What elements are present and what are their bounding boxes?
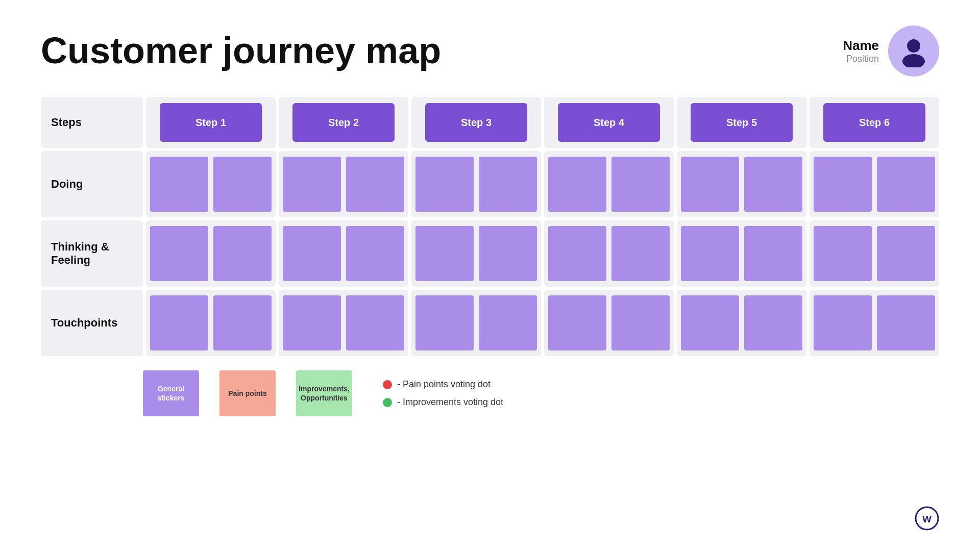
touchpoints-cell-6 xyxy=(810,290,939,356)
step-5-cell: Step 5 xyxy=(677,97,806,148)
doing-cell-2 xyxy=(279,151,408,217)
sticky-note[interactable] xyxy=(744,295,802,350)
sticky-note[interactable] xyxy=(611,157,670,212)
sticky-note[interactable] xyxy=(877,157,935,212)
step-2-button[interactable]: Step 2 xyxy=(292,103,395,142)
legend-pain-sticker: Pain points xyxy=(219,370,276,416)
sticky-note[interactable] xyxy=(548,157,606,212)
sticky-note[interactable] xyxy=(814,226,872,281)
doing-cell-1 xyxy=(146,151,276,217)
sticky-note[interactable] xyxy=(814,295,872,350)
brand-logo-icon: w xyxy=(915,506,939,531)
sticky-note[interactable] xyxy=(346,226,404,281)
doing-cell-5 xyxy=(677,151,806,217)
step-2-cell: Step 2 xyxy=(279,97,408,148)
sticky-note[interactable] xyxy=(150,295,208,350)
sticky-note[interactable] xyxy=(479,157,537,212)
legend-general-sticker: General stickers xyxy=(143,370,199,416)
thinking-cell-3 xyxy=(411,220,541,287)
doing-cell-4 xyxy=(544,151,674,217)
sticky-note[interactable] xyxy=(681,226,739,281)
doing-label: Doing xyxy=(41,151,143,217)
step-3-button[interactable]: Step 3 xyxy=(425,103,527,142)
step-1-button[interactable]: Step 1 xyxy=(160,103,262,142)
pain-dot-item: - Pain points voting dot xyxy=(383,379,503,390)
sticky-note[interactable] xyxy=(814,157,872,212)
step-6-cell: Step 6 xyxy=(810,97,939,148)
sticky-note[interactable] xyxy=(283,157,341,212)
thinking-cell-5 xyxy=(677,220,806,287)
sticky-note[interactable] xyxy=(283,226,341,281)
step-5-button[interactable]: Step 5 xyxy=(691,103,793,142)
step-6-button[interactable]: Step 6 xyxy=(823,103,925,142)
touchpoints-cell-2 xyxy=(279,290,408,356)
sticky-note[interactable] xyxy=(213,157,272,212)
doing-cell-3 xyxy=(411,151,541,217)
improvements-dot-icon xyxy=(383,398,392,407)
steps-label: Steps xyxy=(41,97,143,148)
pain-dot-icon xyxy=(383,380,392,389)
sticky-note[interactable] xyxy=(744,157,802,212)
step-3-cell: Step 3 xyxy=(411,97,541,148)
user-position: Position xyxy=(843,54,879,64)
page-title: Customer journey map xyxy=(41,31,441,71)
svg-point-1 xyxy=(902,54,925,67)
avatar xyxy=(888,26,939,77)
avatar-icon xyxy=(897,35,930,67)
page: Customer journey map Name Position Steps… xyxy=(0,0,980,551)
doing-cell-6 xyxy=(810,151,939,217)
sticky-note[interactable] xyxy=(415,226,474,281)
touchpoints-cell-3 xyxy=(411,290,541,356)
sticky-note[interactable] xyxy=(479,226,537,281)
user-text: Name Position xyxy=(843,38,879,64)
thinking-label: Thinking & Feeling xyxy=(41,220,143,287)
journey-table: Steps Step 1 Step 2 Step 3 Step 4 xyxy=(41,97,939,356)
sticky-note[interactable] xyxy=(611,226,670,281)
sticky-note[interactable] xyxy=(346,157,404,212)
touchpoints-cell-4 xyxy=(544,290,674,356)
thinking-cell-4 xyxy=(544,220,674,287)
touchpoints-cell-5 xyxy=(677,290,806,356)
sticky-note[interactable] xyxy=(877,226,935,281)
logo: w xyxy=(915,506,939,533)
sticky-note[interactable] xyxy=(346,295,404,350)
step-4-button[interactable]: Step 4 xyxy=(558,103,660,142)
sticky-note[interactable] xyxy=(213,226,272,281)
sticky-note[interactable] xyxy=(548,295,606,350)
legend: General stickers Pain points Improvement… xyxy=(41,370,939,416)
sticky-note[interactable] xyxy=(283,295,341,350)
user-info: Name Position xyxy=(843,26,939,77)
sticky-note[interactable] xyxy=(744,226,802,281)
user-name: Name xyxy=(843,38,879,54)
legend-improvements-sticker: Improvements, Opportunities xyxy=(296,370,352,416)
sticky-note[interactable] xyxy=(479,295,537,350)
step-4-cell: Step 4 xyxy=(544,97,674,148)
sticky-note[interactable] xyxy=(611,295,670,350)
improvements-dot-item: - Improvements voting dot xyxy=(383,397,503,408)
sticky-note[interactable] xyxy=(150,157,208,212)
sticky-note[interactable] xyxy=(415,157,474,212)
step-1-cell: Step 1 xyxy=(146,97,276,148)
header: Customer journey map Name Position xyxy=(41,26,939,77)
touchpoints-cell-1 xyxy=(146,290,276,356)
thinking-cell-6 xyxy=(810,220,939,287)
touchpoints-label: Touchpoints xyxy=(41,290,143,356)
sticky-note[interactable] xyxy=(415,295,474,350)
sticky-note[interactable] xyxy=(213,295,272,350)
sticky-note[interactable] xyxy=(877,295,935,350)
sticky-note[interactable] xyxy=(548,226,606,281)
sticky-note[interactable] xyxy=(681,295,739,350)
sticky-note[interactable] xyxy=(150,226,208,281)
legend-dots: - Pain points voting dot - Improvements … xyxy=(383,379,503,408)
thinking-cell-2 xyxy=(279,220,408,287)
svg-text:w: w xyxy=(922,512,932,525)
thinking-cell-1 xyxy=(146,220,276,287)
sticky-note[interactable] xyxy=(681,157,739,212)
svg-point-0 xyxy=(907,39,920,53)
